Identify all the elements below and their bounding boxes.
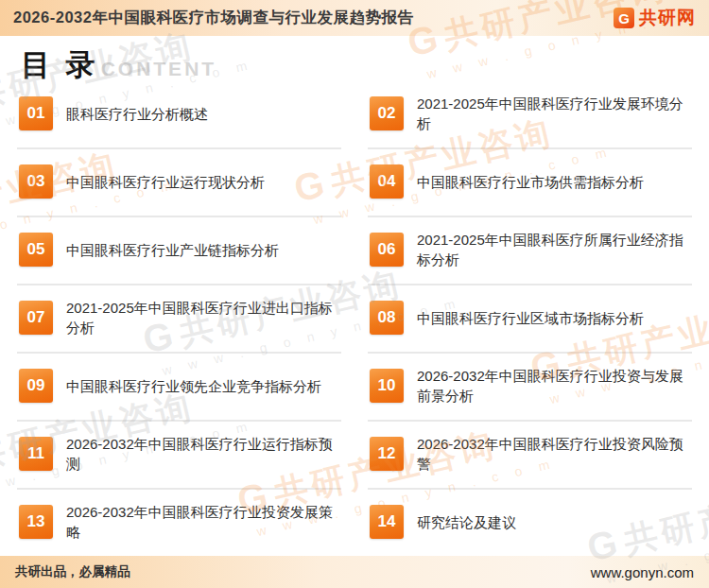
toc-item-08[interactable]: 08中国眼科医疗行业区域市场指标分析 [368, 287, 692, 355]
brand-logo[interactable]: G 共研网 [614, 6, 696, 30]
toc-title: 目 录 [21, 50, 99, 79]
item-label: 2026-2032年中国眼科医疗行业运行指标预测 [66, 434, 339, 474]
toc-item-10[interactable]: 102026-2032年中国眼科医疗行业投资与发展前景分析 [368, 355, 692, 424]
toc-item-11[interactable]: 112026-2032年中国眼科医疗行业运行指标预测 [17, 424, 341, 492]
item-number-badge: 11 [19, 437, 53, 471]
item-label: 研究结论及建议 [417, 512, 516, 532]
footer-slogan: 共研出品，必属精品 [15, 563, 130, 580]
report-title: 2026-2032年中国眼科医疗市场调查与行业发展趋势报告 [13, 8, 413, 28]
toc-grid: 01眼科医疗行业分析概述 022021-2025年中国眼科医疗行业发展环境分析 … [17, 83, 692, 560]
toc-item-12[interactable]: 122026-2032年中国眼科医疗行业投资风险预警 [368, 424, 692, 492]
footer-website-link[interactable]: www.gonyn.com [591, 564, 694, 580]
item-label: 2021-2025年中国眼科医疗行业进出口指标分析 [66, 298, 339, 337]
item-label: 中国眼科医疗行业区域市场指标分析 [417, 308, 644, 328]
item-number-badge: 03 [19, 164, 53, 199]
toc-item-06[interactable]: 062021-2025年中国眼科医疗所属行业经济指标分析 [368, 219, 692, 287]
toc-item-04[interactable]: 04中国眼科医疗行业市场供需指标分析 [368, 151, 692, 219]
item-label: 2026-2032年中国眼科医疗行业投资发展策略 [66, 502, 339, 542]
logo-g-icon: G [614, 8, 634, 28]
item-label: 眼科医疗行业分析概述 [66, 104, 208, 124]
item-label: 中国眼科医疗行业领先企业竞争指标分析 [66, 376, 321, 396]
item-label: 2026-2032年中国眼科医疗行业投资与发展前景分析 [417, 366, 690, 406]
toc-item-05[interactable]: 05中国眼科医疗行业产业链指标分析 [17, 219, 341, 287]
item-number-badge: 04 [370, 164, 404, 199]
item-number-badge: 07 [19, 301, 53, 335]
item-number-badge: 02 [370, 96, 404, 130]
item-label: 2021-2025年中国眼科医疗行业发展环境分析 [417, 94, 690, 133]
item-divider [368, 216, 692, 217]
item-divider [368, 420, 692, 422]
item-number-badge: 12 [370, 437, 404, 471]
item-divider [368, 488, 692, 490]
toc-title-english: CONTENT [101, 58, 217, 79]
item-divider [17, 488, 341, 490]
footer-bar: 共研出品，必属精品 www.gonyn.com [0, 556, 709, 588]
toc-item-02[interactable]: 022021-2025年中国眼科医疗行业发展环境分析 [368, 83, 692, 151]
toc-item-14[interactable]: 14研究结论及建议 [368, 492, 692, 560]
item-divider [17, 352, 341, 354]
item-number-badge: 01 [19, 96, 53, 130]
toc-item-01[interactable]: 01眼科医疗行业分析概述 [17, 83, 341, 151]
item-number-badge: 13 [19, 505, 53, 539]
toc-item-13[interactable]: 132026-2032年中国眼科医疗行业投资发展策略 [17, 492, 341, 560]
item-divider [368, 352, 692, 354]
toc-item-09[interactable]: 09中国眼科医疗行业领先企业竞争指标分析 [17, 355, 341, 424]
toc-heading: 目 录 CONTENT [0, 36, 709, 79]
item-number-badge: 14 [370, 505, 404, 539]
item-number-badge: 08 [370, 301, 404, 335]
item-divider [368, 284, 692, 285]
item-number-badge: 06 [370, 233, 404, 267]
item-label: 中国眼科医疗行业运行现状分析 [66, 172, 265, 192]
item-divider [17, 420, 341, 422]
item-divider [17, 284, 341, 285]
item-divider [17, 147, 341, 149]
toc-item-07[interactable]: 072021-2025年中国眼科医疗行业进出口指标分析 [17, 287, 341, 355]
logo-text: 共研网 [639, 6, 696, 30]
item-divider [368, 147, 692, 149]
item-label: 2026-2032年中国眼科医疗行业投资风险预警 [417, 434, 690, 474]
item-label: 中国眼科医疗行业市场供需指标分析 [417, 172, 644, 192]
item-label: 2021-2025年中国眼科医疗所属行业经济指标分析 [417, 230, 690, 269]
item-label: 中国眼科医疗行业产业链指标分析 [66, 240, 279, 260]
item-number-badge: 09 [19, 369, 53, 403]
item-number-badge: 05 [19, 233, 53, 267]
toc-item-03[interactable]: 03中国眼科医疗行业运行现状分析 [17, 151, 341, 219]
item-number-badge: 10 [370, 369, 404, 403]
report-toc-page: 2026-2032年中国眼科医疗市场调查与行业发展趋势报告 G 共研网 G共研产… [0, 0, 709, 588]
header-bar: 2026-2032年中国眼科医疗市场调查与行业发展趋势报告 G 共研网 [0, 0, 709, 36]
item-divider [17, 216, 341, 217]
